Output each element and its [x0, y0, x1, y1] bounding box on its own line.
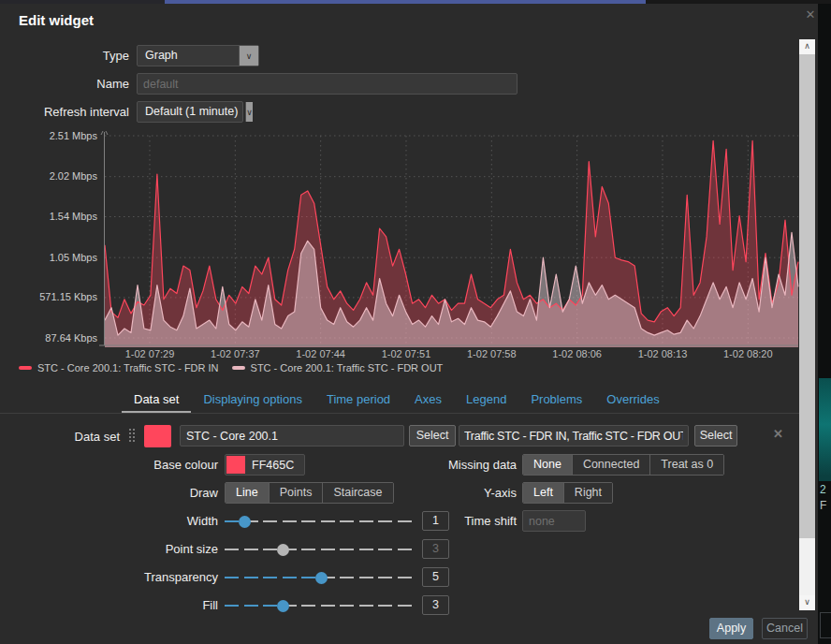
host-pattern-input[interactable]	[180, 425, 404, 446]
legend-item: STC - Core 200.1: Traffic STC - FDR OUT	[232, 362, 444, 373]
draw-label: Draw	[59, 486, 218, 500]
edit-widget-dialog: Edit widget ✕ Type Graph ∨ Name Refresh …	[0, 4, 818, 644]
yaxis-label: Y-axis	[393, 486, 517, 500]
y-tick-label: 2.02 Mbps	[0, 170, 97, 182]
type-label: Type	[0, 49, 129, 63]
option-treat-as-0[interactable]: Treat as 0	[649, 455, 723, 475]
tab-axes[interactable]: Axes	[402, 388, 454, 413]
slider-track[interactable]	[225, 520, 416, 522]
y-tick-label: 2.51 Mbps	[0, 130, 97, 141]
yaxis-segmented: LeftRight	[522, 482, 613, 504]
background-button-fragment	[820, 612, 831, 638]
tab-time-period[interactable]: Time period	[314, 388, 402, 413]
option-right[interactable]: Right	[563, 483, 612, 503]
background-text-fragment: 2	[820, 483, 826, 496]
legend-label: STC - Core 200.1: Traffic STC - FDR IN	[37, 362, 219, 373]
scroll-up-icon[interactable]: ∧	[799, 39, 815, 54]
option-line[interactable]: Line	[226, 483, 269, 503]
dataset-colour-swatch[interactable]	[144, 425, 171, 447]
tab-legend[interactable]: Legend	[454, 388, 518, 413]
y-tick-label: 571.15 Kbps	[0, 291, 97, 302]
option-staircase[interactable]: Staircase	[322, 483, 392, 503]
item-select-button[interactable]: Select	[694, 425, 737, 446]
fill-value[interactable]: 3	[422, 595, 449, 615]
plot-area	[99, 131, 798, 347]
x-tick-label: 1-02 07:37	[196, 348, 274, 359]
fill-label: Fill	[59, 598, 218, 612]
item-pattern-input[interactable]	[459, 425, 689, 446]
series-area-in	[105, 140, 798, 347]
legend-swatch-icon	[19, 366, 32, 370]
x-tick-label: 1-02 07:51	[367, 348, 445, 359]
x-tick-label: 1-02 08:13	[623, 348, 702, 359]
fill-slider[interactable]	[225, 594, 416, 616]
apply-button[interactable]: Apply	[709, 618, 753, 639]
transparency-slider[interactable]	[225, 566, 416, 588]
x-tick-label: 1-02 07:58	[452, 348, 531, 359]
width-label: Width	[59, 514, 218, 528]
y-tick-label: 1.05 Mbps	[0, 252, 97, 263]
slider-thumb[interactable]	[315, 572, 328, 584]
option-points[interactable]: Points	[269, 483, 323, 503]
graph-legend: STC - Core 200.1: Traffic STC - FDR INST…	[19, 362, 443, 373]
tab-displaying-options[interactable]: Displaying options	[191, 388, 314, 413]
base-colour-value: FF465C	[246, 459, 294, 472]
type-select[interactable]: Graph ∨	[137, 45, 259, 66]
drag-handle-icon[interactable]	[128, 428, 136, 443]
refresh-interval-select[interactable]: Default (1 minute) ∨	[137, 101, 243, 123]
point-size-label: Point size	[59, 542, 218, 556]
base-colour-picker[interactable]: FF465C	[225, 454, 305, 476]
slider-thumb[interactable]	[277, 544, 289, 556]
base-colour-label: Base colour	[59, 458, 218, 472]
x-tick-label: 1-02 08:20	[708, 348, 787, 359]
y-tick-label: 87.64 Kbps	[0, 332, 97, 344]
x-tick-label: 1-02 07:44	[282, 348, 360, 359]
background-text-fragment: F	[820, 499, 826, 512]
graph-preview: 2.51 Mbps2.02 Mbps1.54 Mbps1.05 Mbps571.…	[0, 131, 799, 386]
name-input[interactable]	[137, 73, 518, 95]
refresh-interval-label: Refresh interval	[0, 105, 129, 119]
dataset-label: Data set	[0, 430, 120, 444]
x-tick-label: 1-02 08:06	[538, 348, 617, 359]
chevron-down-icon[interactable]: ∨	[239, 46, 258, 66]
close-icon[interactable]: ✕	[803, 7, 818, 22]
slider-fill	[225, 605, 283, 607]
scrollbar-thumb[interactable]	[799, 54, 815, 538]
width-slider[interactable]	[225, 510, 416, 532]
option-connected[interactable]: Connected	[572, 455, 649, 475]
name-label: Name	[0, 77, 129, 91]
remove-dataset-icon[interactable]: ✕	[773, 427, 783, 441]
option-left[interactable]: Left	[523, 483, 563, 503]
chevron-down-icon[interactable]: ∨	[245, 102, 253, 122]
option-none[interactable]: None	[523, 455, 572, 475]
refresh-interval-value: Default (1 minute)	[138, 102, 245, 122]
tab-overrides[interactable]: Overrides	[594, 388, 671, 413]
cancel-button[interactable]: Cancel	[762, 618, 808, 639]
transparency-value[interactable]: 5	[422, 567, 449, 587]
missing-data-segmented: NoneConnectedTreat as 0	[522, 454, 724, 476]
transparency-label: Transparency	[59, 570, 218, 584]
slider-fill	[225, 577, 321, 578]
background-widget-fragment	[819, 378, 831, 481]
x-tick-label: 1-02 07:29	[110, 348, 189, 359]
draw-segmented: LinePointsStaircase	[225, 482, 394, 504]
slider-thumb[interactable]	[239, 516, 251, 528]
tab-data-set[interactable]: Data set	[122, 388, 191, 413]
dialog-title: Edit widget	[19, 12, 94, 28]
slider-track[interactable]	[225, 549, 416, 550]
point-size-slider[interactable]	[225, 538, 416, 560]
base-colour-swatch[interactable]	[226, 456, 245, 474]
point-size-value: 3	[422, 539, 449, 559]
type-select-value: Graph	[138, 46, 239, 66]
graph-canvas	[0, 131, 799, 359]
legend-swatch-icon	[232, 366, 245, 370]
tab-problems[interactable]: Problems	[518, 388, 594, 413]
time-shift-label: Time shift	[393, 514, 517, 528]
legend-item: STC - Core 200.1: Traffic STC - FDR IN	[19, 362, 219, 373]
legend-label: STC - Core 200.1: Traffic STC - FDR OUT	[251, 362, 444, 373]
dialog-scrollbar[interactable]: ∧ ∨	[799, 39, 815, 610]
host-select-button[interactable]: Select	[409, 425, 456, 446]
slider-thumb[interactable]	[277, 600, 289, 612]
time-shift-input[interactable]	[522, 510, 586, 532]
scroll-down-icon[interactable]: ∨	[799, 595, 815, 610]
